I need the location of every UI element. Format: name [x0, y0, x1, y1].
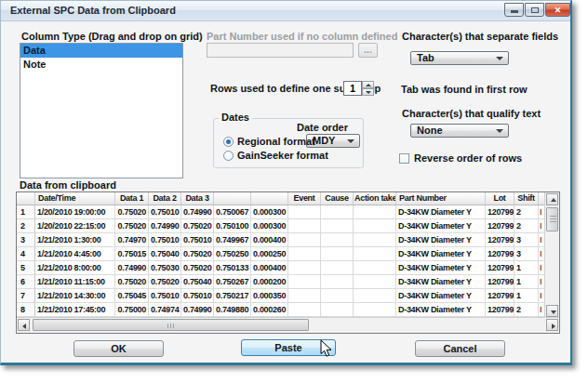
grid-cell[interactable]: 1/21/2010 4:45:00 [35, 247, 115, 261]
scroll-left-button[interactable] [18, 319, 30, 331]
list-item-note[interactable]: Note [20, 58, 182, 72]
grid-cell[interactable]: 0.75045 [115, 289, 149, 303]
close-button[interactable]: ✕ [545, 3, 570, 17]
separator-dropdown[interactable]: Tab [410, 51, 509, 65]
grid-column-header[interactable]: Data 1 [115, 192, 149, 205]
grid-cell[interactable]: 0.74974 [149, 303, 181, 317]
spin-up-button[interactable] [362, 81, 374, 88]
grid-cell[interactable]: 120799 [486, 205, 514, 219]
grid-column-header[interactable] [17, 192, 35, 205]
grid-cell[interactable] [321, 303, 354, 317]
grid-cell[interactable] [288, 261, 321, 275]
grid-cell[interactable] [321, 275, 354, 289]
grid-cell[interactable]: 1/21/2010 14:30:00 [35, 289, 115, 303]
horizontal-scrollbar[interactable] [17, 317, 559, 333]
column-type-listbox[interactable]: Data Note [20, 43, 183, 178]
gainseeker-format-radio[interactable] [223, 151, 234, 161]
grid-cell[interactable]: 0.000200 [251, 275, 288, 289]
grid-cell[interactable]: 1 [514, 261, 539, 275]
grid-cell[interactable]: 1/21/2010 1:30:00 [35, 233, 115, 247]
grid-cell[interactable]: 1/21/2010 17:45:00 [35, 303, 115, 317]
grid-cell[interactable]: 4 [17, 247, 35, 261]
grid-cell[interactable]: 0.75040 [149, 247, 181, 261]
grid-cell[interactable]: 120799 [486, 261, 514, 275]
grid-column-header[interactable]: Data 3 [181, 192, 214, 205]
grid-cell[interactable]: 0.74990 [181, 205, 214, 219]
grid-cell[interactable]: 1 [17, 205, 35, 219]
grid-column-header[interactable]: Lot [486, 192, 514, 205]
minimize-button[interactable] [504, 3, 524, 17]
grid-cell[interactable] [288, 205, 321, 219]
clipboard-data-grid[interactable]: Date/TimeData 1Data 2Data 3EventCauseAct… [16, 192, 560, 334]
grid-column-header[interactable] [214, 192, 251, 205]
grid-cell[interactable]: 120799 [486, 219, 514, 233]
grid-cell[interactable]: D-34KW Diameter Y [396, 247, 486, 261]
grid-cell[interactable]: 7 [17, 289, 35, 303]
grid-cell[interactable] [321, 233, 354, 247]
grid-cell[interactable]: 3 [17, 233, 35, 247]
grid-cell[interactable] [321, 205, 354, 219]
grid-cell[interactable]: 0.749967 [214, 233, 251, 247]
grid-cell[interactable]: 0.75010 [149, 289, 181, 303]
grid-cell[interactable]: 0.75030 [149, 261, 181, 275]
grid-cell[interactable]: D-34KW Diameter Y [396, 275, 486, 289]
maximize-button[interactable] [525, 3, 544, 17]
grid-cell[interactable]: 120799 [486, 275, 514, 289]
grid-column-header[interactable]: Cause [321, 192, 354, 205]
grid-column-header[interactable]: Event [288, 192, 321, 205]
grid-cell[interactable]: 0.000250 [251, 247, 288, 261]
grid-cell[interactable]: 1/20/2010 19:00:00 [35, 205, 115, 219]
grid-cell[interactable]: D-34KW Diameter Y [396, 303, 486, 317]
gainseeker-format-label[interactable]: GainSeeker format [237, 150, 328, 161]
grid-cell[interactable] [354, 205, 396, 219]
grid-cell[interactable]: 0.750067 [214, 205, 251, 219]
grid-cell[interactable]: 0.74970 [115, 233, 149, 247]
grid-column-header[interactable]: Data 2 [149, 192, 181, 205]
reverse-rows-label[interactable]: Reverse order of rows [414, 152, 522, 164]
grid-cell[interactable]: 1/21/2010 11:15:00 [35, 275, 115, 289]
grid-cell[interactable] [321, 247, 354, 261]
grid-cell[interactable]: 0.749880 [214, 303, 251, 317]
grid-cell[interactable]: 0.75020 [115, 205, 149, 219]
grid-cell[interactable]: 0.75040 [181, 275, 214, 289]
grid-cell[interactable] [354, 247, 396, 261]
grid-cell[interactable]: 5 [17, 261, 35, 275]
grid-cell[interactable] [354, 233, 396, 247]
cancel-button[interactable]: Cancel [415, 340, 505, 357]
grid-cell[interactable]: 8 [17, 303, 35, 317]
grid-cell[interactable]: 0.75010 [149, 205, 181, 219]
qualifier-dropdown[interactable]: None [410, 124, 509, 138]
grid-cell[interactable]: 6 [17, 275, 35, 289]
scroll-right-button[interactable] [546, 319, 558, 331]
paste-button[interactable]: Paste [241, 339, 336, 356]
grid-cell[interactable]: 0.750250 [214, 247, 251, 261]
vertical-scrollbar[interactable] [544, 192, 559, 318]
grid-cell[interactable] [354, 303, 396, 317]
grid-cell[interactable] [321, 289, 354, 303]
grid-column-header[interactable]: Shift [514, 192, 539, 205]
grid-cell[interactable]: D-34KW Diameter Y [396, 261, 486, 275]
grid-cell[interactable]: 0.75020 [149, 275, 181, 289]
grid-cell[interactable]: 0.75020 [115, 275, 149, 289]
spin-down-button[interactable] [362, 88, 374, 96]
grid-cell[interactable]: 0.74990 [181, 303, 214, 317]
grid-column-header[interactable]: Action taken [354, 192, 396, 205]
grid-cell[interactable]: 0.750267 [214, 275, 251, 289]
grid-cell[interactable]: 0.75020 [181, 247, 214, 261]
titlebar[interactable]: External SPC Data from Clipboard ✕ [1, 1, 570, 21]
grid-cell[interactable]: 0.000300 [251, 219, 288, 233]
grid-cell[interactable] [288, 303, 321, 317]
grid-cell[interactable] [354, 219, 396, 233]
grid-cell[interactable]: 0.75010 [181, 233, 214, 247]
grid-cell[interactable]: 0.74990 [115, 261, 149, 275]
grid-cell[interactable]: 0.000400 [251, 261, 288, 275]
reverse-rows-checkbox[interactable] [399, 153, 409, 164]
grid-cell[interactable]: 3 [514, 247, 539, 261]
grid-cell[interactable] [288, 289, 321, 303]
grid-cell[interactable] [354, 261, 396, 275]
grid-cell[interactable]: 1 [514, 275, 539, 289]
scroll-down-button[interactable] [546, 305, 558, 317]
grid-cell[interactable] [288, 233, 321, 247]
grid-cell[interactable]: D-34KW Diameter Y [396, 233, 486, 247]
regional-format-label[interactable]: Regional format [237, 136, 315, 147]
